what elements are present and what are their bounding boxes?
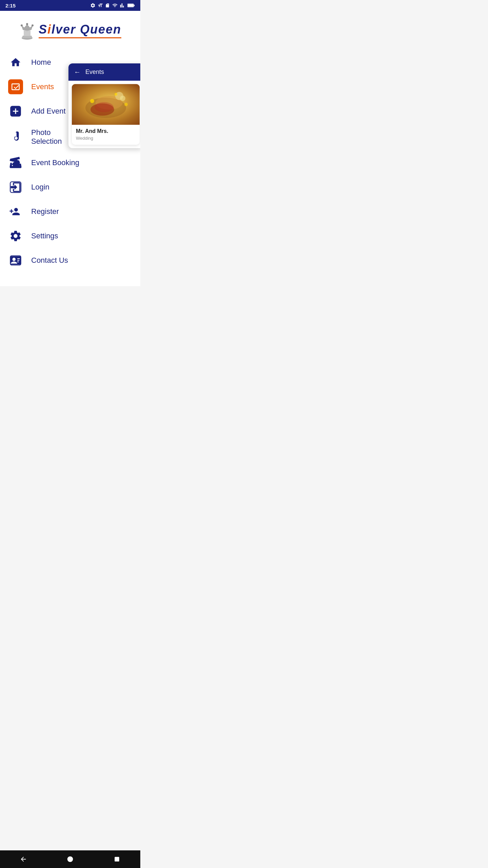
sdcard-icon — [105, 3, 110, 8]
status-icons — [90, 3, 135, 8]
svg-rect-1 — [134, 5, 135, 6]
sidebar-item-settings[interactable]: Settings — [0, 224, 140, 248]
svg-rect-2 — [128, 4, 134, 6]
wifi-icon — [112, 3, 118, 8]
text-icon — [98, 3, 103, 8]
login-icon — [8, 180, 23, 195]
svg-point-28 — [90, 99, 94, 103]
add-event-label: Add Event — [31, 107, 66, 116]
svg-point-16 — [13, 258, 16, 261]
settings-status-icon — [90, 3, 96, 8]
event-booking-icon — [8, 155, 23, 170]
logo-area: Silver Queen — [0, 11, 140, 47]
events-icon — [8, 79, 23, 94]
sidebar-item-register[interactable]: Register — [0, 199, 140, 224]
event-card-title: Mr. And Mrs. — [76, 128, 136, 134]
svg-point-27 — [95, 102, 114, 112]
add-event-icon — [8, 104, 23, 119]
svg-point-29 — [124, 103, 128, 106]
svg-point-30 — [115, 93, 117, 96]
home-icon — [8, 55, 23, 70]
event-card[interactable]: Mr. And Mrs. Wedding — [72, 84, 140, 145]
battery-icon — [127, 3, 135, 8]
svg-rect-4 — [22, 36, 32, 38]
logo-text-area: Silver Queen — [39, 22, 121, 38]
svg-rect-17 — [17, 258, 20, 259]
contact-icon — [8, 253, 23, 268]
events-panel-title: Events — [85, 68, 104, 76]
back-button[interactable]: ← — [74, 68, 81, 76]
events-panel: ← Events — [68, 63, 140, 148]
login-label: Login — [31, 183, 49, 192]
svg-marker-7 — [22, 24, 33, 30]
events-label: Events — [31, 82, 54, 91]
sidebar-item-event-booking[interactable]: Event Booking — [0, 151, 140, 175]
sidebar-item-login[interactable]: Login — [0, 175, 140, 199]
svg-point-8 — [21, 24, 23, 26]
signal-icon — [120, 3, 125, 8]
event-card-info: Mr. And Mrs. Wedding — [72, 125, 140, 145]
register-icon — [8, 204, 23, 219]
settings-label: Settings — [31, 232, 58, 240]
contact-us-label: Contact Us — [31, 256, 68, 265]
sidebar-item-contact-us[interactable]: Contact Us — [0, 248, 140, 273]
svg-point-10 — [32, 24, 34, 26]
status-time: 2:15 — [5, 3, 16, 8]
settings-icon — [8, 229, 23, 243]
photo-selection-label: PhotoSelection — [31, 128, 62, 146]
event-card-subtitle: Wedding — [76, 136, 136, 141]
svg-point-25 — [120, 96, 125, 101]
status-bar: 2:15 — [0, 0, 140, 11]
main-container: Silver Queen Home — [0, 11, 140, 286]
svg-rect-18 — [17, 260, 19, 260]
events-panel-header: ← Events — [68, 63, 140, 81]
chess-piece-icon — [19, 20, 35, 40]
home-label: Home — [31, 58, 51, 67]
wedding-image-svg — [72, 84, 140, 125]
svg-point-9 — [26, 23, 28, 25]
register-label: Register — [31, 207, 59, 216]
svg-rect-19 — [17, 261, 19, 262]
event-card-image — [72, 84, 140, 125]
event-booking-label: Event Booking — [31, 158, 79, 167]
photo-selection-icon — [8, 130, 23, 144]
